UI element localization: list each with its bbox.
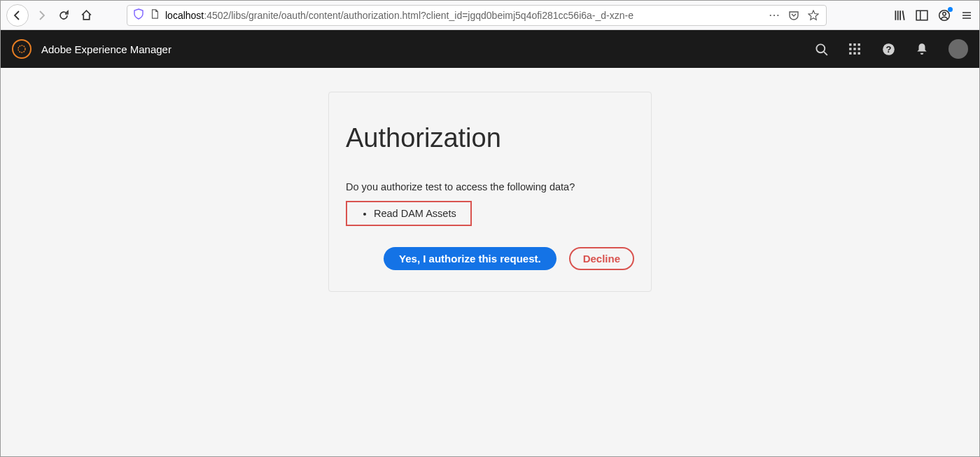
decline-button[interactable]: Decline — [569, 247, 634, 270]
page-actions-icon[interactable]: ⋯ — [767, 8, 781, 22]
account-icon[interactable] — [937, 8, 951, 22]
user-avatar[interactable] — [948, 39, 968, 59]
svg-rect-9 — [858, 43, 860, 45]
search-icon[interactable] — [814, 42, 828, 56]
home-button[interactable] — [76, 6, 96, 25]
reload-button[interactable] — [54, 6, 74, 25]
pocket-icon[interactable] — [787, 10, 801, 21]
scope-item: Read DAM Assets — [374, 208, 456, 219]
back-button[interactable] — [6, 4, 29, 27]
content-area: Authorization Do you authorize test to a… — [1, 68, 979, 456]
apps-grid-icon[interactable] — [848, 42, 862, 56]
aem-header: Adobe Experience Manager ? — [1, 30, 979, 68]
help-icon[interactable]: ? — [881, 42, 895, 56]
svg-rect-12 — [858, 48, 860, 50]
svg-point-5 — [816, 44, 825, 52]
arrow-right-icon — [36, 10, 47, 21]
svg-text:?: ? — [886, 44, 891, 55]
svg-point-4 — [18, 45, 25, 52]
svg-rect-14 — [853, 52, 855, 55]
svg-point-3 — [943, 12, 946, 15]
page-title: Authorization — [346, 123, 634, 153]
bookmark-star-icon[interactable] — [806, 10, 820, 21]
svg-rect-13 — [849, 52, 851, 55]
scope-highlight-box: Read DAM Assets — [346, 201, 472, 226]
page-icon — [150, 9, 160, 22]
bell-icon[interactable] — [915, 42, 929, 56]
aem-logo-icon[interactable] — [12, 39, 31, 59]
forward-button[interactable] — [31, 6, 51, 25]
svg-rect-8 — [853, 43, 855, 45]
authorize-button[interactable]: Yes, I authorize this request. — [384, 247, 556, 270]
shield-icon — [133, 8, 144, 22]
reload-icon — [58, 10, 69, 21]
svg-line-6 — [824, 52, 827, 55]
svg-rect-0 — [916, 10, 927, 20]
menu-icon[interactable] — [960, 8, 974, 22]
svg-rect-7 — [849, 43, 851, 45]
svg-rect-10 — [849, 48, 851, 50]
svg-rect-15 — [858, 52, 860, 55]
sidebar-icon[interactable] — [915, 8, 929, 22]
library-icon[interactable] — [892, 8, 906, 22]
authorization-card: Authorization Do you authorize test to a… — [328, 92, 652, 292]
arrow-left-icon — [12, 10, 23, 21]
aem-title: Adobe Experience Manager — [41, 43, 172, 55]
button-row: Yes, I authorize this request. Decline — [346, 247, 634, 270]
authorization-prompt: Do you authorize test to access the foll… — [346, 181, 634, 192]
browser-right-icons — [892, 8, 974, 22]
url-text: localhost:4502/libs/granite/oauth/conten… — [165, 10, 762, 21]
home-icon — [80, 9, 92, 21]
browser-toolbar: localhost:4502/libs/granite/oauth/conten… — [1, 1, 979, 30]
address-bar[interactable]: localhost:4502/libs/granite/oauth/conten… — [127, 5, 827, 26]
svg-rect-11 — [853, 48, 855, 50]
